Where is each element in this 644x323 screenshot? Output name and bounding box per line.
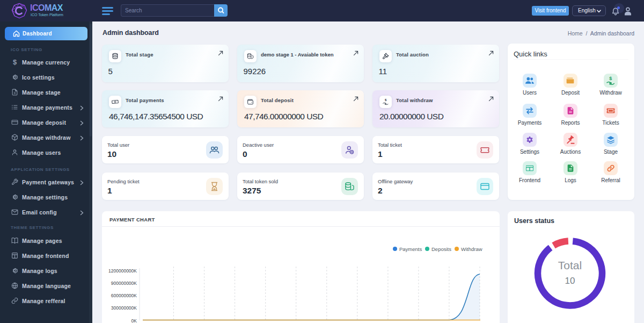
svg-text:$: $ xyxy=(385,98,387,102)
svg-text:300000000K: 300000000K xyxy=(111,305,137,311)
svg-text:ICOMAX: ICOMAX xyxy=(30,3,63,12)
svg-text:$: $ xyxy=(13,59,17,66)
svg-text:Total: Total xyxy=(558,259,582,271)
svg-text:0K: 0K xyxy=(131,318,137,323)
svg-text:1200000000K: 1200000000K xyxy=(108,268,137,274)
svg-text:10: 10 xyxy=(565,276,575,286)
svg-text:900000000K: 900000000K xyxy=(111,281,137,286)
svg-text:600000000K: 600000000K xyxy=(111,293,137,298)
svg-text:Deposits: Deposits xyxy=(431,246,451,252)
svg-text:Withdraw: Withdraw xyxy=(461,246,482,252)
svg-text:$: $ xyxy=(609,76,612,81)
svg-text:Payments: Payments xyxy=(399,246,422,252)
